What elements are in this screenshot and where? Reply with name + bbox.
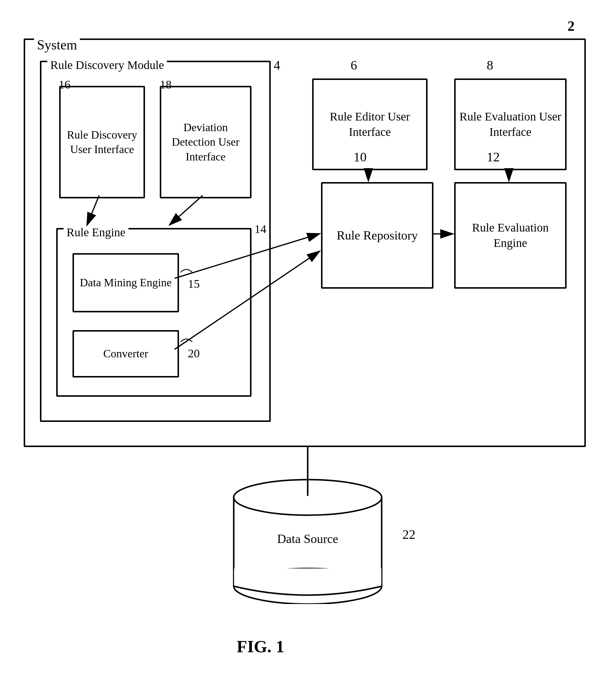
deviation-detection-ui-text: Deviation Detection User Interface xyxy=(161,117,250,167)
ref-2: 2 xyxy=(568,18,575,34)
rule-evaluation-engine-box: Rule Evaluation Engine xyxy=(454,182,567,289)
rule-discovery-module-label: Rule Discovery Module xyxy=(47,58,167,72)
rule-evaluation-ui-text: Rule Evaluation User Interface xyxy=(456,109,565,140)
rule-repository-box: Rule Repository xyxy=(321,182,434,289)
svg-rect-3 xyxy=(234,568,381,586)
ref-14: 14 xyxy=(254,222,266,236)
rule-engine-box: Rule Engine 15 20 Data Mining Engine Con… xyxy=(56,228,251,397)
data-source-label: Data Source xyxy=(277,531,338,547)
data-source-container: Data Source xyxy=(222,474,394,604)
ref-22: 22 xyxy=(402,527,415,542)
diagram-page: 2 System Rule Discovery Module 16 18 Rul… xyxy=(0,0,616,678)
ref-4: 4 xyxy=(274,58,280,73)
converter-text: Converter xyxy=(103,346,148,361)
rule-repository-text: Rule Repository xyxy=(337,227,418,244)
ref-15: 15 xyxy=(188,277,200,291)
rule-evaluation-engine-text: Rule Evaluation Engine xyxy=(456,220,565,251)
rule-editor-ui-box: Rule Editor User Interface xyxy=(312,78,427,170)
rule-evaluation-ui-box: Rule Evaluation User Interface xyxy=(454,78,567,170)
ref-12: 12 xyxy=(487,150,500,164)
system-label: System xyxy=(34,37,80,53)
ref-20: 20 xyxy=(188,346,200,360)
rule-discovery-ui-text: Rule Discovery User Interface xyxy=(60,125,143,160)
converter-box: Converter xyxy=(73,330,179,377)
data-mining-engine-box: Data Mining Engine xyxy=(73,253,179,312)
rule-discovery-module-box: Rule Discovery Module 16 18 Rule Discove… xyxy=(40,61,271,422)
fig-label: FIG. 1 xyxy=(237,637,284,656)
svg-point-1 xyxy=(234,480,382,515)
system-box: System Rule Discovery Module 16 18 Rule … xyxy=(24,38,586,447)
rule-editor-ui-text: Rule Editor User Interface xyxy=(314,109,426,140)
data-mining-engine-text: Data Mining Engine xyxy=(80,275,172,290)
ref-10: 10 xyxy=(354,150,367,164)
rule-discovery-ui-box: Rule Discovery User Interface xyxy=(59,86,145,198)
ref-8: 8 xyxy=(487,58,493,73)
deviation-detection-ui-box: Deviation Detection User Interface xyxy=(160,86,251,198)
ref-6: 6 xyxy=(351,58,357,73)
rule-engine-label: Rule Engine xyxy=(64,225,128,239)
